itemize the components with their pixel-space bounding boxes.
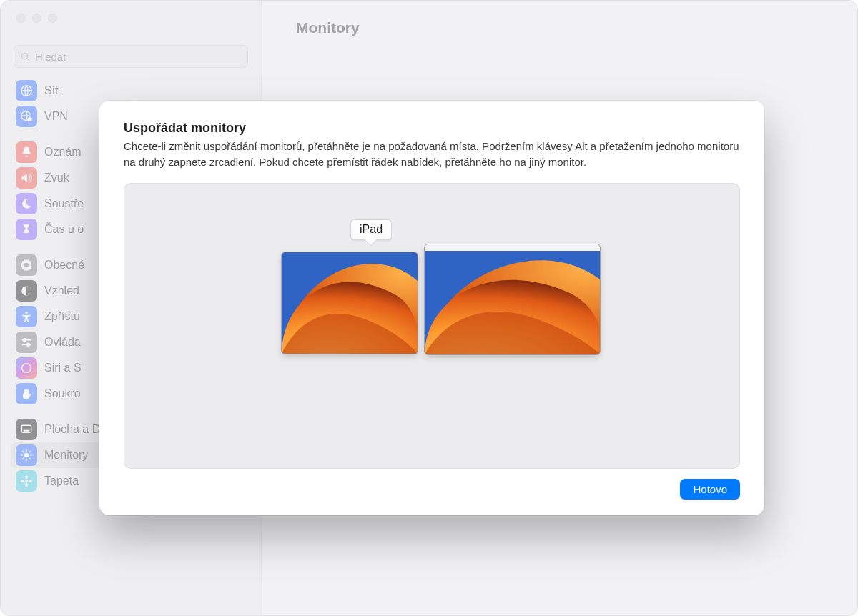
display-thumb-main[interactable] xyxy=(425,244,600,354)
system-settings-window: Síť VPN Oznám Zvuk Soustře xyxy=(0,0,858,616)
display-thumb-ipad[interactable] xyxy=(282,252,418,354)
menubar-handle[interactable] xyxy=(425,244,600,251)
display-arrangement-area[interactable]: iPad xyxy=(124,183,740,470)
done-button[interactable]: Hotovo xyxy=(680,479,740,500)
dialog-title: Uspořádat monitory xyxy=(124,121,740,136)
arrange-displays-dialog: Uspořádat monitory Chcete-li změnit uspo… xyxy=(99,101,764,515)
display-tooltip: iPad xyxy=(350,219,392,240)
dialog-description: Chcete-li změnit uspořádání monitorů, př… xyxy=(124,139,740,170)
wallpaper-icon xyxy=(282,252,418,354)
wallpaper-icon xyxy=(425,251,600,354)
dialog-footer: Hotovo xyxy=(124,479,740,500)
tooltip-label: iPad xyxy=(360,223,383,235)
